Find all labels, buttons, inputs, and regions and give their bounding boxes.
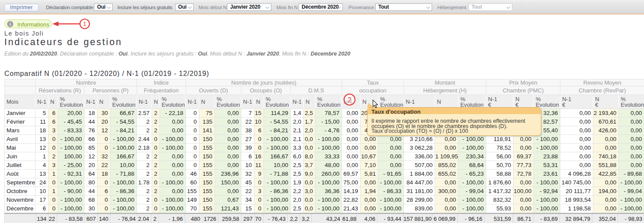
svg-text:2: 2	[348, 96, 351, 104]
svg-text:1: 1	[83, 20, 87, 27]
